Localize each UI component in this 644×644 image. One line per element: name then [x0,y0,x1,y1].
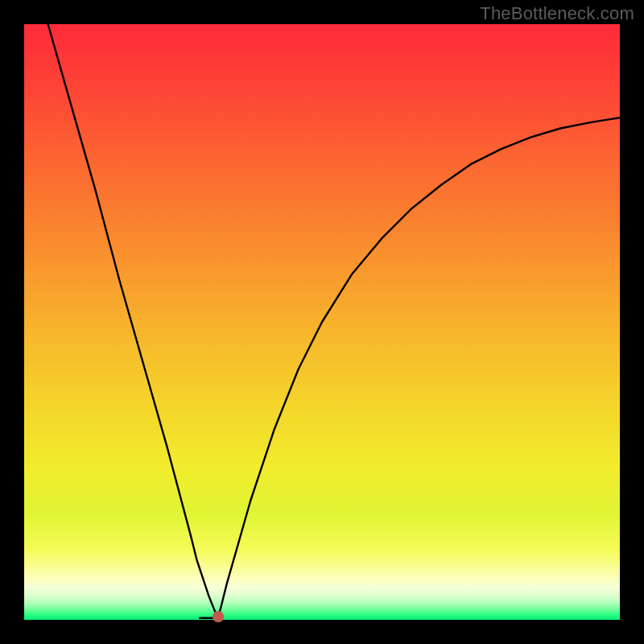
curve-left-branch [48,24,218,618]
curve-right-branch [218,118,621,618]
plot-area [24,24,620,620]
chart-stage: TheBottleneck.com [0,0,644,644]
watermark-text: TheBottleneck.com [480,3,634,24]
curve-svg [24,24,620,620]
minimum-marker-dot [213,611,224,622]
